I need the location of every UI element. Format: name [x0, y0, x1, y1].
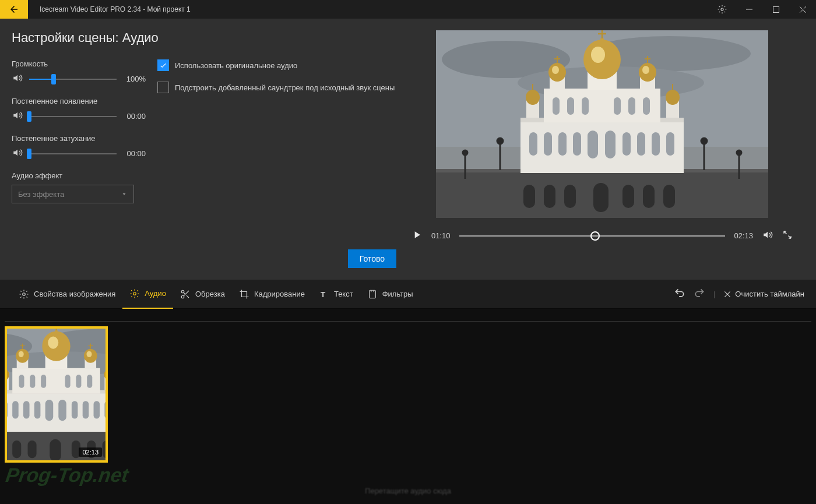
- chevron-down-icon: [121, 191, 128, 198]
- fadeout-value: 00:00: [121, 149, 146, 158]
- timeline[interactable]: 02:13 Перетащите аудио сюда Prog-Top.net: [0, 309, 816, 504]
- svg-point-68: [23, 292, 26, 295]
- tab-audio[interactable]: Аудио: [122, 280, 173, 309]
- minimize-button[interactable]: [736, 0, 762, 19]
- seek-slider[interactable]: [459, 235, 726, 237]
- use-original-label: Использовать оригинальное аудио: [175, 61, 297, 70]
- maximize-button[interactable]: [762, 0, 789, 19]
- scissors-icon: [180, 289, 191, 299]
- panel-title: Настройки сцены: Аудио: [12, 30, 396, 45]
- crop-icon: [239, 289, 249, 299]
- fullscreen-icon[interactable]: [782, 230, 793, 242]
- undo-button[interactable]: [674, 287, 685, 301]
- gear-icon: [19, 289, 29, 299]
- tab-image-properties[interactable]: Свойства изображения: [12, 280, 122, 309]
- redo-button[interactable]: [694, 287, 705, 301]
- titlebar: Icecream Video Editor PRO 2.34 - Мой про…: [0, 0, 816, 19]
- adjust-soundtrack-label: Подстроить добавленный саундтрек под исх…: [175, 83, 395, 92]
- volume-value: 100%: [121, 75, 146, 83]
- use-original-audio-checkbox[interactable]: [157, 59, 169, 71]
- timeline-ruler: [5, 313, 811, 322]
- svg-line-74: [184, 292, 185, 294]
- clear-timeline-button[interactable]: Очистить таймлайн: [723, 290, 804, 298]
- svg-point-63: [721, 8, 723, 10]
- adjust-soundtrack-checkbox[interactable]: [157, 82, 169, 93]
- filters-icon: [367, 289, 378, 299]
- current-time: 01:10: [431, 231, 451, 240]
- editor-tab-bar: Свойства изображения Аудио Обрезка Кадри…: [0, 280, 816, 309]
- timeline-clip[interactable]: 02:13: [5, 326, 108, 463]
- fadeout-slider[interactable]: [29, 153, 117, 154]
- video-preview: [436, 30, 768, 218]
- svg-line-73: [187, 295, 189, 297]
- volume-icon: [12, 73, 24, 85]
- svg-point-69: [133, 292, 136, 295]
- volume-icon: [12, 147, 24, 160]
- clip-duration: 02:13: [79, 447, 102, 457]
- settings-icon[interactable]: [709, 0, 736, 19]
- tab-crop[interactable]: Кадрирование: [232, 280, 312, 309]
- effect-selected: Без эффекта: [18, 190, 64, 199]
- back-button[interactable]: [0, 0, 28, 19]
- text-icon: T: [319, 289, 329, 299]
- close-button[interactable]: [789, 0, 816, 19]
- play-button[interactable]: [411, 228, 423, 243]
- done-button[interactable]: Готово: [348, 249, 396, 268]
- svg-rect-65: [773, 6, 779, 12]
- volume-icon: [12, 110, 24, 122]
- effect-label: Аудио эффект: [12, 171, 146, 180]
- close-icon: [723, 290, 731, 298]
- fadein-value: 00:00: [121, 112, 146, 121]
- tab-cut[interactable]: Обрезка: [173, 280, 232, 309]
- watermark: Prog-Top.net: [4, 464, 130, 487]
- preview-panel: 01:10 02:13: [408, 19, 816, 280]
- svg-rect-76: [369, 290, 375, 298]
- svg-text:T: T: [321, 290, 326, 298]
- app-title: Icecream Video Editor PRO 2.34 - Мой про…: [40, 5, 191, 13]
- audio-settings-panel: Настройки сцены: Аудио Громкость 100%: [0, 19, 408, 280]
- fadein-label: Постепенное появление: [12, 97, 146, 105]
- audio-effect-select[interactable]: Без эффекта: [12, 185, 134, 203]
- volume-label: Громкость: [12, 59, 146, 68]
- tab-text[interactable]: T Текст: [312, 280, 360, 309]
- total-time: 02:13: [734, 231, 753, 240]
- player-volume-icon[interactable]: [762, 230, 773, 242]
- fadein-slider[interactable]: [29, 116, 117, 117]
- volume-slider[interactable]: [29, 79, 117, 80]
- tab-filters[interactable]: Фильтры: [360, 280, 420, 309]
- fadeout-label: Постепенное затухание: [12, 134, 146, 143]
- gear-icon: [129, 288, 140, 299]
- audio-drop-hint: Перетащите аудио сюда: [365, 487, 451, 495]
